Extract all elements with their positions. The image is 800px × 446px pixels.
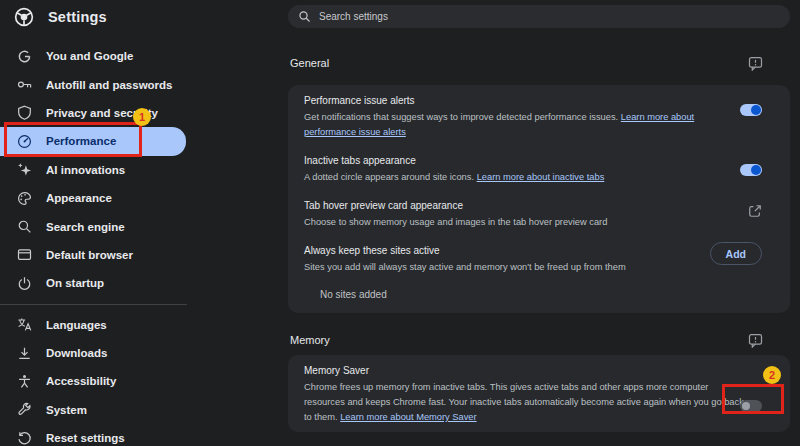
sidebar-item-autofill[interactable]: Autofill and passwords xyxy=(0,70,240,98)
memory-section-header: Memory xyxy=(288,332,790,348)
sidebar-item-label: Languages xyxy=(46,319,107,331)
sidebar-item-label: On startup xyxy=(46,277,104,289)
sidebar-item-label: Search engine xyxy=(46,221,125,233)
sidebar-item-downloads[interactable]: Downloads xyxy=(0,339,240,367)
general-section-header: General xyxy=(288,55,790,71)
sidebar-nav: You and Google Autofill and passwords Pr… xyxy=(0,42,240,446)
setting-description: Choose to show memory usage and images i… xyxy=(304,217,607,227)
row-memory-saver: Memory Saver Chrome frees up memory from… xyxy=(288,364,790,425)
row-inactive-tabs-appearance: Inactive tabs appearance A dotted circle… xyxy=(288,154,790,185)
sidebar-item-appearance[interactable]: Appearance xyxy=(0,184,240,212)
setting-title: Performance issue alerts xyxy=(304,94,790,107)
row-tab-hover-preview[interactable]: Tab hover preview card appearance Choose… xyxy=(288,199,790,230)
search-input[interactable] xyxy=(319,11,780,22)
sidebar-item-on-startup[interactable]: On startup xyxy=(0,269,240,297)
search-icon xyxy=(298,10,311,23)
sidebar-divider xyxy=(0,304,187,305)
send-feedback-button[interactable] xyxy=(748,333,763,348)
setting-description: A dotted circle appears around site icon… xyxy=(304,172,474,182)
sidebar-item-languages[interactable]: Languages xyxy=(0,311,240,339)
feedback-icon xyxy=(748,333,763,348)
sidebar-item-label: System xyxy=(46,404,87,416)
sidebar-item-label: AI innovations xyxy=(46,164,125,176)
sidebar-item-label: Performance xyxy=(46,135,116,147)
magnifier-icon xyxy=(17,219,33,235)
section-heading: Memory xyxy=(290,334,330,346)
wrench-icon xyxy=(17,402,33,418)
setting-title: Inactive tabs appearance xyxy=(304,154,790,167)
open-subpage-button[interactable] xyxy=(748,204,762,218)
app-header: Settings xyxy=(14,7,107,27)
sidebar-item-label: You and Google xyxy=(46,50,133,62)
sidebar-item-label: Reset settings xyxy=(46,432,125,444)
sidebar-item-default-browser[interactable]: Default browser xyxy=(0,241,240,269)
external-link-icon xyxy=(748,204,762,218)
memory-settings-card: Memory Saver Chrome frees up memory from… xyxy=(288,355,790,432)
memory-saver-toggle[interactable] xyxy=(740,400,762,412)
power-icon xyxy=(17,275,33,291)
toggle-knob xyxy=(742,402,750,410)
sidebar-item-system[interactable]: System xyxy=(0,396,240,424)
sidebar-item-label: Autofill and passwords xyxy=(46,79,173,91)
download-icon xyxy=(17,345,33,361)
sidebar-item-ai-innovations[interactable]: AI innovations xyxy=(0,156,240,184)
toggle-knob xyxy=(751,165,761,175)
sidebar-item-search-engine[interactable]: Search engine xyxy=(0,212,240,240)
sidebar-item-label: Downloads xyxy=(46,347,107,359)
row-always-keep-sites-active: Always keep these sites active Sites you… xyxy=(288,244,790,275)
shield-icon xyxy=(17,105,33,121)
send-feedback-button[interactable] xyxy=(748,56,763,71)
settings-sidebar: Settings You and Google Autofill and pas… xyxy=(0,0,240,446)
palette-icon xyxy=(17,190,33,206)
reset-icon xyxy=(17,430,33,446)
setting-title: Tab hover preview card appearance xyxy=(304,199,790,212)
no-sites-added-text: No sites added xyxy=(288,289,790,300)
sidebar-item-label: Accessibility xyxy=(46,375,116,387)
setting-description: Sites you add will always stay active an… xyxy=(304,262,626,272)
accessibility-icon xyxy=(17,373,33,389)
chrome-logo-icon xyxy=(14,7,34,27)
add-site-button[interactable]: Add xyxy=(710,242,762,265)
sidebar-item-label: Privacy and security xyxy=(46,107,158,119)
setting-title: Memory Saver xyxy=(304,364,790,377)
key-icon xyxy=(17,77,33,93)
translate-icon xyxy=(17,317,33,333)
sidebar-item-reset-settings[interactable]: Reset settings xyxy=(0,424,240,446)
performance-issue-alerts-toggle[interactable] xyxy=(740,104,762,116)
section-heading: General xyxy=(290,57,329,69)
learn-more-link[interactable]: Learn more about Memory Saver xyxy=(340,412,476,422)
sidebar-item-label: Appearance xyxy=(46,192,112,204)
sidebar-item-privacy[interactable]: Privacy and security xyxy=(0,99,240,127)
row-performance-issue-alerts: Performance issue alerts Get notificatio… xyxy=(288,94,790,140)
settings-content: General Performance issue alerts Get not… xyxy=(288,0,790,446)
setting-description: Get notifications that suggest ways to i… xyxy=(304,112,618,122)
sidebar-item-performance[interactable]: Performance xyxy=(0,127,186,155)
toggle-knob xyxy=(751,105,761,115)
search-settings-bar[interactable] xyxy=(288,5,790,28)
sidebar-item-label: Default browser xyxy=(46,249,133,261)
browser-window-icon xyxy=(17,247,33,263)
inactive-tabs-appearance-toggle[interactable] xyxy=(740,164,762,176)
sparkle-icon xyxy=(17,162,33,178)
sidebar-item-you-and-google[interactable]: You and Google xyxy=(0,42,240,70)
page-title: Settings xyxy=(48,9,107,25)
google-g-icon xyxy=(17,48,33,64)
learn-more-link[interactable]: Learn more about inactive tabs xyxy=(477,172,605,182)
speedometer-icon xyxy=(17,133,33,149)
sidebar-item-accessibility[interactable]: Accessibility xyxy=(0,367,240,395)
feedback-icon xyxy=(748,56,763,71)
general-settings-card: Performance issue alerts Get notificatio… xyxy=(288,85,790,313)
